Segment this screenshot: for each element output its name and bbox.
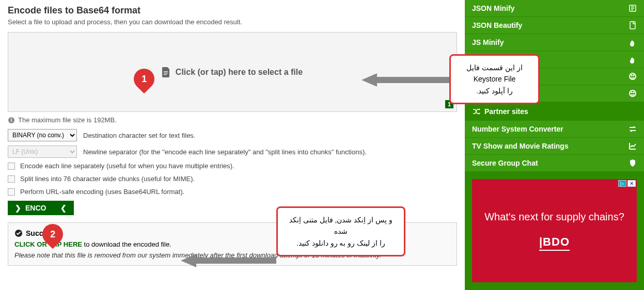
svg-point-8 bbox=[630, 73, 636, 79]
svg-rect-2 bbox=[164, 74, 167, 75]
hand-icon bbox=[629, 55, 637, 63]
check-circle-icon bbox=[14, 229, 23, 237]
main-panel: Encode files to Base64 format Select a f… bbox=[0, 0, 465, 290]
smile-icon bbox=[629, 89, 637, 98]
sidebar-item-tv-ratings[interactable]: TV Show and Movie Ratings bbox=[465, 138, 644, 155]
chevron-left-icon: ❮ bbox=[60, 204, 67, 212]
sidebar: JSON Minify JSON Beautify JS Minify JS B… bbox=[465, 0, 644, 290]
encode-button[interactable]: ❯ ENCO ❮ bbox=[8, 201, 74, 215]
shield-icon bbox=[629, 159, 637, 167]
file-icon bbox=[162, 67, 170, 77]
sidebar-item-json-minify[interactable]: JSON Minify bbox=[465, 0, 644, 17]
page-title: Encode files to Base64 format bbox=[8, 5, 457, 16]
beautify-icon bbox=[629, 21, 637, 29]
callout-2: و پس از اِنکد شدن, فایل متنی اِنکد شده ر… bbox=[276, 206, 405, 256]
shuffle-icon bbox=[472, 107, 480, 116]
ad-logo: |BDO bbox=[539, 235, 570, 251]
newline-separator-select: LF (Unix) bbox=[8, 146, 77, 158]
destination-charset-label: Destination character set for text files… bbox=[83, 132, 195, 139]
max-size-hint: i The maximum file size is 192MB. bbox=[8, 116, 457, 124]
arrow-2 bbox=[181, 253, 276, 268]
chevron-right-icon: ❯ bbox=[15, 204, 21, 212]
svg-rect-7 bbox=[630, 22, 635, 29]
svg-point-11 bbox=[630, 90, 636, 96]
sidebar-item-json-beautify[interactable]: JSON Beautify bbox=[465, 17, 644, 34]
ad-banner[interactable]: ▷ ✕ What's next for supply chains? |BDO bbox=[472, 179, 637, 282]
callout-1: از این قسمت فایل Keystore File را آپلود … bbox=[449, 54, 540, 104]
ad-info-icon[interactable]: ▷ bbox=[618, 180, 626, 187]
destination-charset-select[interactable]: BINARY (no conv.) bbox=[8, 129, 77, 141]
sidebar-item-secure-chat[interactable]: Secure Group Chat bbox=[465, 155, 644, 172]
ad-headline: What's next for supply chains? bbox=[484, 211, 624, 223]
svg-point-13 bbox=[633, 92, 634, 93]
dropzone-label: Click (or tap) here to select a file bbox=[162, 67, 303, 77]
url-safe-checkbox[interactable] bbox=[8, 188, 15, 196]
info-icon: i bbox=[8, 117, 15, 124]
svg-rect-1 bbox=[164, 73, 168, 73]
svg-point-10 bbox=[633, 75, 634, 76]
svg-text:i: i bbox=[11, 117, 12, 123]
sidebar-item-number-converter[interactable]: Number System Converter bbox=[465, 121, 644, 138]
partner-sites-header: Partner sites bbox=[465, 102, 644, 121]
page-subtitle: Select a file to upload and process, the… bbox=[8, 18, 457, 26]
ad-controls: ▷ ✕ bbox=[618, 180, 636, 187]
arrow-1 bbox=[362, 72, 449, 88]
smile-icon bbox=[629, 72, 637, 80]
minify-icon bbox=[629, 4, 637, 12]
sidebar-item-js-minify[interactable]: JS Minify bbox=[465, 34, 644, 51]
newline-separator-label: Newline separator (for the "encode each … bbox=[83, 148, 367, 156]
chart-icon bbox=[629, 142, 637, 150]
encode-each-line-checkbox[interactable] bbox=[8, 163, 15, 170]
split-chunks-label: Split lines into 76 character wide chunk… bbox=[20, 175, 195, 183]
svg-point-12 bbox=[631, 92, 632, 93]
encode-each-line-label: Encode each line separately (useful for … bbox=[20, 162, 234, 170]
ad-close-icon[interactable]: ✕ bbox=[627, 180, 636, 187]
svg-rect-0 bbox=[164, 71, 168, 72]
hand-icon bbox=[629, 38, 637, 46]
url-safe-label: Perform URL-safe encoding (uses Base64UR… bbox=[20, 188, 184, 196]
split-chunks-checkbox[interactable] bbox=[8, 175, 15, 183]
swap-icon bbox=[629, 125, 637, 133]
svg-point-9 bbox=[631, 75, 632, 76]
